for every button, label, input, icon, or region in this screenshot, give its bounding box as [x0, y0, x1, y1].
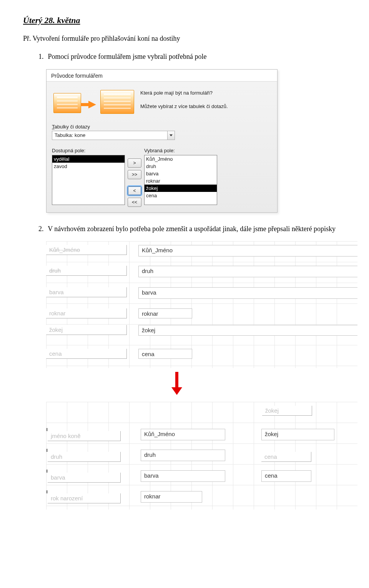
- list-item[interactable]: zavod: [52, 163, 125, 170]
- field-control[interactable]: cena: [261, 470, 311, 482]
- wizard-illustration-icon: [52, 88, 136, 119]
- field-control[interactable]: žokej: [261, 429, 334, 440]
- field-control[interactable]: barva: [138, 287, 357, 299]
- field-control[interactable]: Kůň_Jméno: [138, 245, 357, 257]
- field-label[interactable]: cena: [46, 349, 127, 359]
- tables-combo[interactable]: Tabulka: kone: [52, 131, 175, 140]
- field-control[interactable]: žokej: [138, 325, 357, 336]
- field-control[interactable]: druh: [141, 450, 225, 461]
- add-field-button[interactable]: >: [128, 158, 141, 168]
- list-item[interactable]: barva: [145, 170, 217, 177]
- form-design-after: žokej jméno koně Kůň_Jméno žokej druh dr…: [46, 402, 357, 510]
- tables-label: Tabulky či dotazy: [52, 124, 272, 130]
- field-control[interactable]: cena: [138, 349, 192, 359]
- field-label[interactable]: druh: [46, 266, 127, 276]
- available-fields-list[interactable]: vydělal zavod: [52, 155, 125, 205]
- field-label[interactable]: žokej: [262, 406, 312, 416]
- selected-fields-list[interactable]: Kůň_Jméno druh barva roknar žokej cena: [144, 155, 217, 205]
- field-label[interactable]: žokej: [46, 325, 127, 335]
- arrow-down-icon: [169, 372, 184, 399]
- list-item[interactable]: roknar: [145, 177, 217, 185]
- form-design-before: Kůň_Jméno Kůň_Jméno druh druh barva barv…: [46, 241, 357, 368]
- field-label[interactable]: Kůň_Jméno: [46, 245, 127, 255]
- field-label[interactable]: cena: [261, 452, 311, 462]
- page-title: Úterý 28. května: [23, 15, 346, 25]
- available-fields-label: Dostupná pole:: [52, 148, 125, 153]
- add-all-fields-button[interactable]: >>: [128, 170, 141, 179]
- intro-paragraph: Př. Vytvoření formuláře pro přihlašování…: [23, 33, 346, 44]
- list-item[interactable]: druh: [145, 163, 217, 170]
- wizard-hint: Můžete vybírat z více tabulek či dotazů.: [140, 103, 228, 109]
- remove-all-fields-button[interactable]: <<: [128, 198, 141, 207]
- wizard-title: Průvodce formulářem: [47, 70, 277, 82]
- field-control[interactable]: roknar: [138, 308, 192, 318]
- field-label[interactable]: jméno koně: [48, 431, 121, 441]
- step-2: 2. V návrhovém zobrazení bylo potřeba po…: [38, 223, 346, 235]
- list-item[interactable]: Kůň_Jméno: [145, 155, 217, 163]
- field-control[interactable]: roknar: [141, 491, 202, 503]
- form-wizard-dialog: Průvodce formulářem Která pole mají být …: [46, 69, 278, 213]
- field-control[interactable]: druh: [138, 266, 357, 277]
- selected-fields-label: Vybraná pole:: [144, 148, 217, 153]
- remove-field-button[interactable]: <: [128, 186, 141, 195]
- field-label[interactable]: barva: [46, 287, 127, 297]
- field-control[interactable]: barva: [141, 470, 225, 482]
- step-1-number: 1.: [38, 51, 46, 62]
- field-label[interactable]: rok narození: [48, 493, 121, 503]
- field-control[interactable]: Kůň_Jméno: [141, 429, 225, 440]
- field-label[interactable]: roknar: [46, 308, 127, 318]
- field-label[interactable]: druh: [48, 452, 121, 462]
- step-1: 1. Pomocí průvodce formulářem jsme vybra…: [38, 51, 346, 62]
- list-item[interactable]: vydělal: [52, 155, 125, 163]
- chevron-down-icon[interactable]: [167, 131, 175, 140]
- list-item[interactable]: žokej: [145, 185, 217, 192]
- field-label[interactable]: barva: [48, 473, 121, 483]
- step-2-number: 2.: [38, 223, 46, 235]
- step-1-text: Pomocí průvodce formulářem jsme vybrali …: [48, 53, 207, 60]
- tables-combo-value: Tabulka: kone: [52, 132, 167, 138]
- step-2-text: V návrhovém zobrazení bylo potřeba pole …: [48, 225, 336, 233]
- wizard-question: Která pole mají být na formuláři?: [140, 90, 228, 96]
- list-item[interactable]: cena: [145, 192, 217, 199]
